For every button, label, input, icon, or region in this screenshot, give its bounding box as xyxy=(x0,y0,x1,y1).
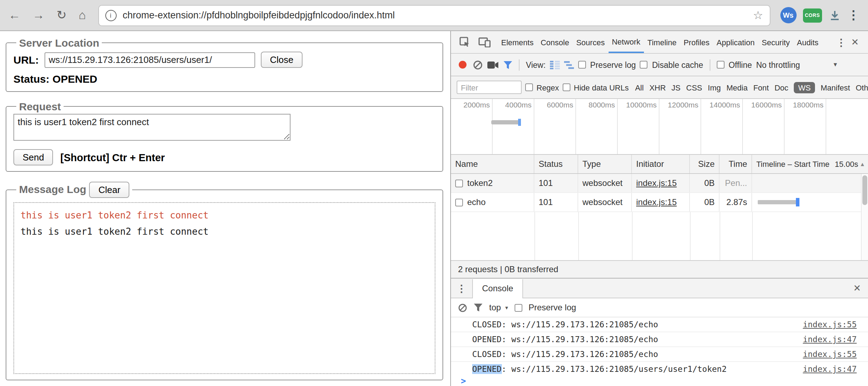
filter-type-js[interactable]: JS xyxy=(671,83,681,92)
scrollbar-thumb[interactable] xyxy=(862,175,867,205)
filter-type-media[interactable]: Media xyxy=(726,83,747,92)
browser-menu-icon[interactable]: ⋮ xyxy=(848,8,860,23)
console-clear-icon[interactable] xyxy=(458,303,467,312)
preserve-log-checkbox[interactable] xyxy=(578,61,586,69)
tab-sources[interactable]: Sources xyxy=(573,31,608,53)
download-extension-icon[interactable] xyxy=(828,9,841,22)
column-header-time[interactable]: Time xyxy=(720,155,752,173)
address-bar[interactable]: i chrome-extension://pfdhoblngboilpfeibd… xyxy=(98,5,770,26)
filter-type-manifest[interactable]: Manifest xyxy=(821,83,850,92)
column-header-timeline[interactable]: Timeline – Start Time 15.00s▲ xyxy=(752,155,868,173)
request-textarea[interactable]: this is user1 token2 first connect xyxy=(13,114,291,141)
source-link[interactable]: index.js:55 xyxy=(803,320,857,329)
offline-label: Offline xyxy=(728,60,752,69)
throttling-caret-icon[interactable]: ▼ xyxy=(833,62,838,68)
offline-checkbox[interactable] xyxy=(716,61,724,69)
filter-type-doc[interactable]: Doc xyxy=(774,83,788,92)
ruler-tick: 12000ms xyxy=(659,99,701,154)
frame-selector[interactable]: top xyxy=(489,303,501,312)
request-status: 101 xyxy=(534,193,578,211)
server-location-legend: Server Location xyxy=(16,37,102,49)
initiator-link[interactable]: index.js:15 xyxy=(636,174,677,192)
close-button[interactable]: Close xyxy=(261,52,303,68)
hide-data-urls-checkbox[interactable] xyxy=(563,83,570,91)
console-drawer: ⋮ Console ✕ top ▾ Preserve log CLO xyxy=(451,278,868,386)
reload-icon[interactable]: ↻ xyxy=(57,9,67,21)
tab-application[interactable]: Application xyxy=(713,31,758,53)
table-row-echo[interactable]: echo101websocketindex.js:150B2.87s xyxy=(451,193,868,212)
throttling-select[interactable]: No throttling xyxy=(756,60,800,69)
filter-type-list: AllXHRJSCSSImgMediaFontDocWSManifestOthe… xyxy=(635,82,868,93)
clear-button[interactable]: Clear xyxy=(89,182,129,198)
record-button[interactable] xyxy=(459,61,467,69)
source-link[interactable]: index.js:47 xyxy=(803,364,857,374)
column-header-initiator[interactable]: Initiator xyxy=(632,155,690,173)
tab-audits[interactable]: Audits xyxy=(793,31,822,53)
tab-security[interactable]: Security xyxy=(758,31,793,53)
request-checkbox[interactable] xyxy=(455,179,463,187)
filter-type-xhr[interactable]: XHR xyxy=(649,83,665,92)
devtools-menu-icon[interactable]: ⋮ xyxy=(836,36,846,48)
tab-console[interactable]: Console xyxy=(537,31,573,53)
regex-checkbox[interactable] xyxy=(525,83,533,91)
initiator-link[interactable]: index.js:15 xyxy=(636,193,677,211)
filter-type-font[interactable]: Font xyxy=(753,83,769,92)
cors-extension-icon[interactable]: CORS xyxy=(803,8,822,22)
disable-cache-checkbox[interactable] xyxy=(640,61,648,69)
filter-type-all[interactable]: All xyxy=(635,83,644,92)
devtools-tabs: ElementsConsoleSourcesNetworkTimelinePro… xyxy=(498,31,822,53)
request-checkbox[interactable] xyxy=(455,198,463,206)
filter-input[interactable] xyxy=(457,81,522,94)
table-row-token2[interactable]: token2101websocketindex.js:150BPen... xyxy=(451,174,868,193)
column-header-status[interactable]: Status xyxy=(534,155,578,173)
console-drawer-header: ⋮ Console ✕ xyxy=(451,279,868,298)
tab-console-drawer[interactable]: Console xyxy=(472,279,523,298)
page-info-icon[interactable]: i xyxy=(105,10,116,21)
home-icon[interactable]: ⌂ xyxy=(79,9,86,21)
log-message: this is user1 token2 first connect xyxy=(20,207,428,223)
screen: ← → ↻ ⌂ i chrome-extension://pfdhoblngbo… xyxy=(0,0,868,386)
filter-type-other[interactable]: Other xyxy=(856,83,868,92)
network-toolbar: View: Preserve log Disable cache Offline… xyxy=(451,54,868,76)
console-preserve-log-checkbox[interactable] xyxy=(514,304,522,311)
source-link[interactable]: index.js:55 xyxy=(803,349,857,359)
source-link[interactable]: index.js:47 xyxy=(803,334,857,344)
column-header-size[interactable]: Size xyxy=(690,155,720,173)
clear-network-log-icon[interactable] xyxy=(473,60,483,70)
bookmark-star-icon[interactable]: ☆ xyxy=(753,8,763,22)
frame-selector-caret-icon[interactable]: ▾ xyxy=(505,304,508,311)
screenshot-camera-icon[interactable] xyxy=(487,60,499,69)
network-overview: 2000ms4000ms6000ms8000ms10000ms12000ms14… xyxy=(451,99,868,155)
filter-type-img[interactable]: Img xyxy=(708,83,721,92)
ruler-tick: 16000ms xyxy=(743,99,785,154)
regex-label: Regex xyxy=(536,83,559,92)
inspect-element-icon[interactable] xyxy=(459,37,470,47)
console-prompt[interactable]: > xyxy=(451,375,868,386)
network-table-header: Name Status Type Initiator Size Time Tim… xyxy=(451,155,868,174)
overview-view-icon[interactable] xyxy=(564,60,574,69)
column-header-name[interactable]: Name xyxy=(451,155,534,173)
drawer-close-icon[interactable]: ✕ xyxy=(853,283,861,293)
websocket-extension-icon[interactable]: Ws xyxy=(780,7,796,23)
highlighted-text: OPENED xyxy=(472,364,502,374)
tab-profiles[interactable]: Profiles xyxy=(680,31,713,53)
server-url-input[interactable] xyxy=(45,52,255,68)
forward-icon[interactable]: → xyxy=(33,9,45,21)
tab-timeline[interactable]: Timeline xyxy=(644,31,680,53)
filter-funnel-icon[interactable] xyxy=(503,60,512,69)
back-icon[interactable]: ← xyxy=(8,9,20,21)
filter-type-css[interactable]: CSS xyxy=(686,83,702,92)
device-toolbar-icon[interactable] xyxy=(479,37,491,47)
devtools-close-icon[interactable]: ✕ xyxy=(851,37,859,47)
drawer-menu-icon[interactable]: ⋮ xyxy=(457,282,467,294)
filter-type-ws[interactable]: WS xyxy=(794,82,815,93)
table-scrollbar[interactable] xyxy=(861,174,868,260)
request-rows-view-icon[interactable] xyxy=(550,60,560,69)
request-name-cell: echo xyxy=(451,193,534,211)
tab-elements[interactable]: Elements xyxy=(498,31,537,53)
console-filter-icon[interactable] xyxy=(474,303,483,312)
send-button[interactable]: Send xyxy=(13,149,53,165)
tab-network[interactable]: Network xyxy=(608,31,644,53)
ruler-tick: 4000ms xyxy=(493,99,534,154)
column-header-type[interactable]: Type xyxy=(578,155,632,173)
